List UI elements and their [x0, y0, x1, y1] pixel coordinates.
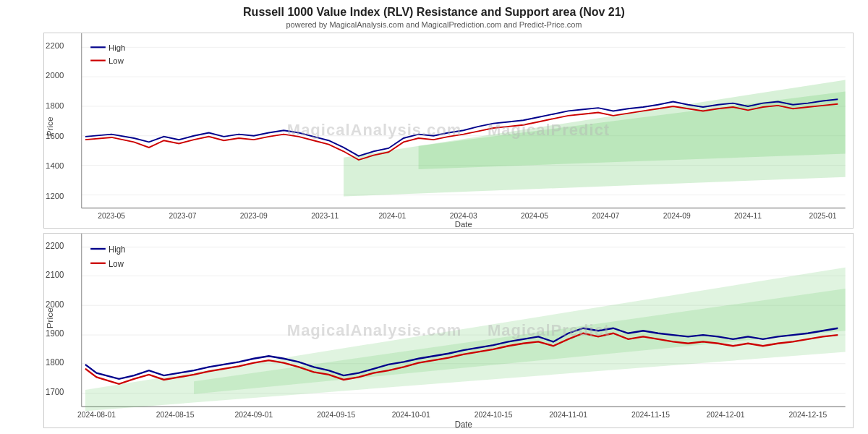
svg-text:High: High — [109, 244, 125, 255]
chart1-svg: 2200 2000 1800 1600 1400 1200 2023-05 20… — [44, 33, 853, 228]
svg-text:1800: 1800 — [46, 357, 64, 367]
svg-text:2024-11-15: 2024-11-15 — [631, 409, 670, 419]
svg-text:2024-11: 2024-11 — [734, 210, 762, 219]
svg-text:1700: 1700 — [46, 386, 64, 397]
svg-text:Price: Price — [46, 116, 55, 136]
charts-area: MagicalAnalysis.com MagicalPredict 2200 … — [0, 30, 868, 434]
svg-text:2024-08-01: 2024-08-01 — [77, 409, 116, 419]
svg-text:Low: Low — [109, 56, 124, 65]
title-section: Russell 1000 Value Index (RLV) Resistanc… — [0, 0, 868, 30]
svg-text:2100: 2100 — [46, 269, 64, 280]
svg-text:Date: Date — [455, 219, 472, 227]
chart2-wrapper: MagicalAnalysis.com MagicalPredict 2200 … — [43, 233, 854, 429]
svg-text:2024-11-01: 2024-11-01 — [549, 409, 587, 419]
svg-text:2200: 2200 — [46, 240, 64, 251]
svg-text:2000: 2000 — [46, 70, 64, 80]
svg-text:2023-05: 2023-05 — [98, 210, 125, 219]
svg-text:2200: 2200 — [46, 41, 64, 50]
subtitle: powered by MagicalAnalysis.com and Magic… — [0, 20, 868, 29]
main-container: Russell 1000 Value Index (RLV) Resistanc… — [0, 0, 868, 434]
svg-text:2023-09: 2023-09 — [240, 210, 268, 219]
svg-text:2024-12-15: 2024-12-15 — [788, 409, 827, 419]
svg-text:2024-07: 2024-07 — [592, 210, 619, 219]
svg-text:1900: 1900 — [46, 328, 64, 339]
svg-text:2024-09-01: 2024-09-01 — [234, 409, 273, 419]
chart1-wrapper: MagicalAnalysis.com MagicalPredict 2200 … — [43, 33, 854, 229]
svg-text:Low: Low — [109, 258, 124, 268]
svg-text:1800: 1800 — [46, 101, 64, 110]
svg-text:2024-09-15: 2024-09-15 — [317, 409, 355, 419]
svg-text:1400: 1400 — [46, 161, 64, 170]
svg-text:2023-07: 2023-07 — [169, 210, 197, 219]
svg-text:2024-05: 2024-05 — [521, 210, 548, 219]
chart2-svg: 2200 2100 2000 1900 1800 1700 2024-08-01… — [44, 234, 853, 428]
svg-text:2023-11: 2023-11 — [311, 210, 339, 219]
svg-text:2024-10-01: 2024-10-01 — [392, 409, 430, 419]
page-title: Russell 1000 Value Index (RLV) Resistanc… — [0, 6, 868, 19]
svg-text:Date: Date — [455, 419, 472, 427]
svg-text:2024-10-15: 2024-10-15 — [475, 409, 513, 419]
svg-text:2024-09: 2024-09 — [663, 210, 691, 219]
svg-text:2024-03: 2024-03 — [450, 210, 477, 219]
svg-text:2024-12-01: 2024-12-01 — [707, 409, 745, 419]
svg-text:High: High — [109, 42, 125, 51]
svg-text:1200: 1200 — [46, 191, 64, 200]
svg-text:2024-08-15: 2024-08-15 — [156, 409, 195, 419]
svg-text:Price: Price — [46, 307, 55, 328]
svg-text:2024-01: 2024-01 — [378, 210, 406, 219]
svg-text:2025-01: 2025-01 — [809, 210, 837, 219]
